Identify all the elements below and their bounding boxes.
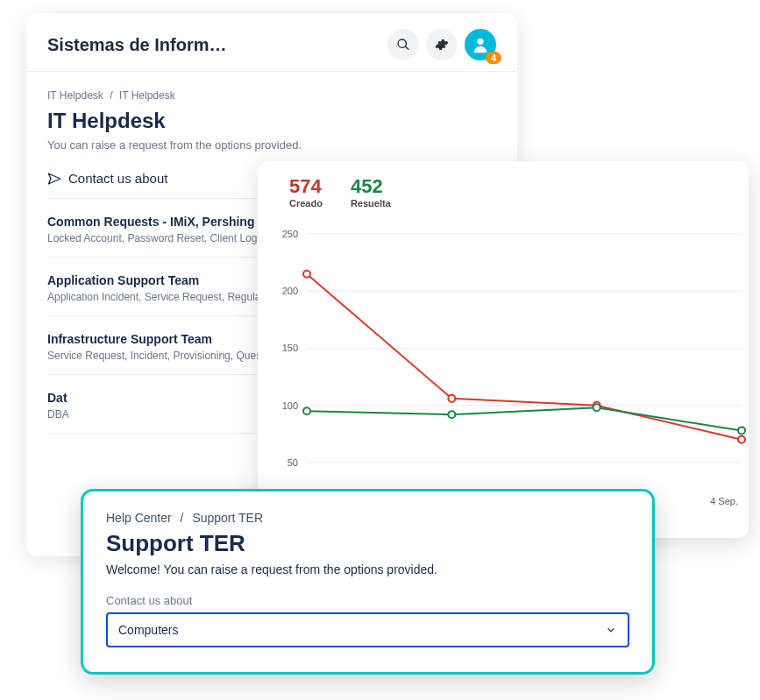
page-title: IT Helpdesk — [47, 109, 496, 133]
avatar-icon — [471, 35, 490, 54]
breadcrumb-separator: / — [181, 511, 184, 525]
svg-text:250: 250 — [282, 229, 298, 239]
line-chart: 501001502002504 Sep. — [258, 214, 749, 512]
svg-point-16 — [448, 411, 455, 418]
svg-point-0 — [477, 39, 483, 45]
chart-area: 501001502002504 Sep. — [258, 214, 749, 512]
settings-button[interactable] — [426, 29, 458, 60]
select-value: Computers — [118, 623, 178, 637]
page-subtitle: You can raise a request from the options… — [47, 138, 496, 152]
breadcrumb: Help Center / Support TER — [106, 511, 629, 525]
chart-card: 574 Creado 452 Resuelta 501001502002504 … — [258, 161, 749, 538]
gear-icon — [435, 38, 449, 52]
svg-point-14 — [738, 436, 745, 443]
kpi-label: Resuelta — [351, 198, 391, 209]
kpi-row: 574 Creado 452 Resuelta — [258, 177, 749, 209]
helpdesk-header: Sistemas de Inform… 4 — [26, 13, 517, 72]
svg-text:150: 150 — [282, 343, 298, 353]
kpi-creado: 574 Creado — [289, 177, 323, 209]
kpi-value: 452 — [351, 177, 391, 196]
support-ter-card: Help Center / Support TER Support TER We… — [81, 489, 655, 675]
page-title: Support TER — [106, 530, 629, 557]
svg-point-11 — [303, 271, 310, 278]
breadcrumb-item[interactable]: IT Helpdesk — [119, 89, 175, 102]
svg-point-15 — [303, 407, 310, 414]
breadcrumb-item[interactable]: Help Center — [106, 511, 172, 525]
svg-text:200: 200 — [282, 286, 298, 296]
breadcrumb: IT Helpdesk / IT Helpdesk — [47, 89, 496, 102]
kpi-label: Creado — [289, 198, 323, 209]
svg-text:50: 50 — [288, 457, 298, 468]
avatar[interactable]: 4 — [465, 29, 496, 60]
search-icon — [396, 38, 410, 52]
svg-point-18 — [738, 427, 745, 434]
app-title: Sistemas de Inform… — [47, 35, 380, 55]
chevron-down-icon — [605, 624, 617, 636]
breadcrumb-item[interactable]: IT Helpdesk — [47, 89, 103, 102]
svg-text:4 Sep.: 4 Sep. — [710, 496, 738, 506]
notification-badge: 4 — [486, 52, 501, 64]
page-subtitle: Welcome! You can raise a request from th… — [106, 562, 629, 576]
select-label: Contact us about — [106, 594, 629, 607]
send-icon — [47, 172, 61, 186]
kpi-value: 574 — [289, 177, 323, 196]
svg-point-17 — [593, 404, 600, 411]
search-button[interactable] — [387, 29, 419, 60]
svg-text:100: 100 — [282, 400, 298, 411]
kpi-resuelta: 452 Resuelta — [351, 177, 391, 209]
contact-us-label: Contact us about — [68, 171, 167, 186]
svg-point-12 — [448, 395, 455, 402]
breadcrumb-separator: / — [110, 89, 112, 102]
category-select[interactable]: Computers — [106, 612, 629, 647]
breadcrumb-item[interactable]: Support TER — [192, 511, 263, 525]
